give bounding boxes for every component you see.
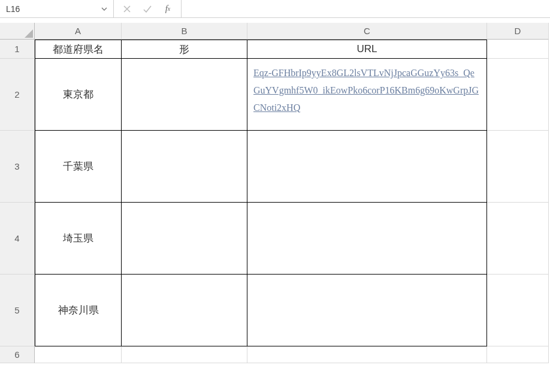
- cell-C4[interactable]: [247, 203, 487, 275]
- cell-D5[interactable]: [487, 275, 549, 346]
- cell-C3[interactable]: [247, 131, 487, 203]
- cell-C6[interactable]: [247, 346, 487, 363]
- cell-A2[interactable]: 東京都: [35, 59, 122, 131]
- cell-D3[interactable]: [487, 131, 549, 203]
- row-header-4[interactable]: 4: [0, 203, 35, 275]
- col-header-C[interactable]: C: [247, 23, 487, 40]
- cell-C2[interactable]: Eqz-GFHbrIp9yyEx8GL2lsVTLvNjJpcaGGuzYy63…: [247, 59, 487, 131]
- row-header-6[interactable]: 6: [0, 346, 35, 363]
- formula-bar-buttons: fx: [114, 0, 182, 17]
- cell-D1[interactable]: [487, 40, 549, 59]
- row-header-2[interactable]: 2: [0, 59, 35, 131]
- formula-bar: L16 fx: [0, 0, 550, 18]
- cancel-icon: [121, 3, 133, 15]
- col-header-B[interactable]: B: [122, 23, 247, 40]
- row-header-1[interactable]: 1: [0, 40, 35, 59]
- cell-A1[interactable]: 都道府県名: [35, 40, 122, 59]
- col-header-D[interactable]: D: [487, 23, 549, 40]
- cell-B6[interactable]: [122, 346, 247, 363]
- cell-D4[interactable]: [487, 203, 549, 275]
- formula-input[interactable]: [182, 0, 550, 17]
- cell-A5[interactable]: 神奈川県: [35, 275, 122, 346]
- cell-A3[interactable]: 千葉県: [35, 131, 122, 203]
- fx-icon[interactable]: fx: [162, 3, 174, 15]
- cell-B4[interactable]: [122, 203, 247, 275]
- cell-C5[interactable]: [247, 275, 487, 346]
- spreadsheet-grid[interactable]: A B C D 1 都道府県名 形 URL 2 東京都 Eqz-GFHbrIp9…: [0, 23, 550, 363]
- row-header-3[interactable]: 3: [0, 131, 35, 203]
- cell-B3[interactable]: [122, 131, 247, 203]
- cell-B1[interactable]: 形: [122, 40, 247, 59]
- cell-D6[interactable]: [487, 346, 549, 363]
- enter-check-icon: [141, 3, 153, 15]
- chevron-down-icon[interactable]: [99, 4, 110, 14]
- cell-D2[interactable]: [487, 59, 549, 131]
- cell-C1[interactable]: URL: [247, 40, 487, 59]
- cell-A6[interactable]: [35, 346, 122, 363]
- cell-B2[interactable]: [122, 59, 247, 131]
- select-all-corner[interactable]: [0, 23, 35, 40]
- col-header-A[interactable]: A: [35, 23, 122, 40]
- row-header-5[interactable]: 5: [0, 275, 35, 346]
- name-box-value: L16: [6, 4, 99, 14]
- name-box[interactable]: L16: [0, 0, 114, 17]
- cell-B5[interactable]: [122, 275, 247, 346]
- cell-A4[interactable]: 埼玉県: [35, 203, 122, 275]
